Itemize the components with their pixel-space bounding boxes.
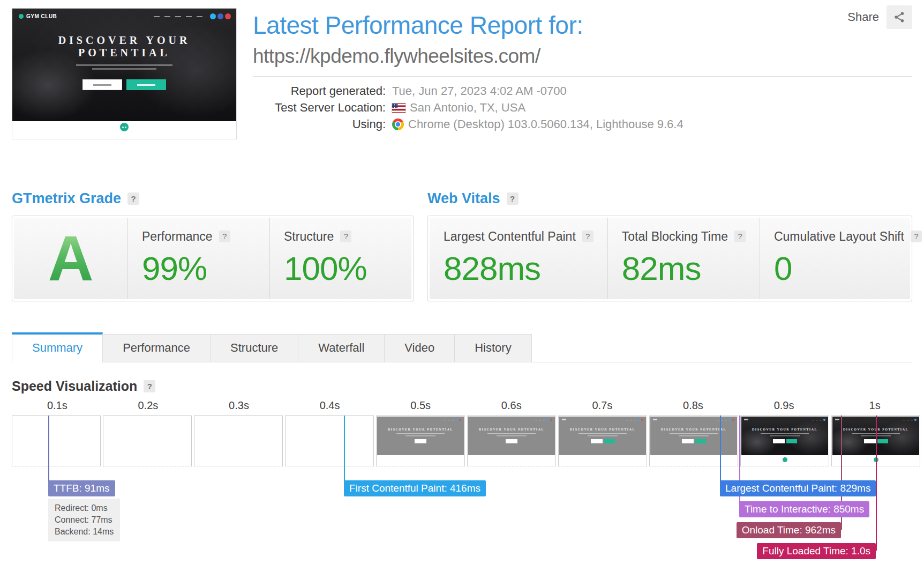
social-dot-icon <box>217 13 223 19</box>
site-hero-buttons <box>12 79 236 90</box>
share-icon <box>893 11 906 24</box>
tab-history[interactable]: History <box>455 334 531 362</box>
frame-empty <box>103 415 192 466</box>
tick-label: 0.2s <box>103 399 194 415</box>
web-vitals-heading: Web Vitals? <box>427 190 912 207</box>
share-label: Share <box>847 10 879 24</box>
site-badge-icon <box>120 123 129 131</box>
tbt-metric: Total Blocking Time? 82ms <box>607 218 760 299</box>
fully-loaded-time-label: Fully Loaded Time: 1.0s <box>757 543 876 559</box>
web-vitals-section: Web Vitals? Largest Contentful Paint? 82… <box>427 190 912 301</box>
frame-loading: DISCOVER YOUR POTENTIAL <box>558 415 647 466</box>
lcp-metric: Largest Contentful Paint? 828ms <box>430 218 607 299</box>
help-icon[interactable]: ? <box>734 231 746 242</box>
speed-visualization-heading: Speed Visualization? <box>12 378 912 394</box>
site-logo: GYM CLUB <box>19 13 57 19</box>
redirect-detail: Redirect: 0ms <box>55 502 114 514</box>
tick-label: 0.1s <box>12 399 103 415</box>
report-header-area: GYM CLUB DISCOVER YOUR POTENTIAL <box>12 0 912 139</box>
onload-time-label: Onload Time: 962ms <box>737 522 841 538</box>
fcp-marker-line <box>344 415 345 488</box>
site-badge-icon <box>783 457 787 462</box>
gtmetrix-report-page: GYM CLUB DISCOVER YOUR POTENTIAL <box>0 0 924 579</box>
gtmetrix-grade-heading: GTmetrix Grade? <box>12 190 414 207</box>
tick-label: 1s <box>829 399 920 415</box>
help-icon[interactable]: ? <box>507 192 519 205</box>
meta-key: Report generated: <box>253 84 392 98</box>
site-social-icons <box>210 13 231 19</box>
tick-label: 0.4s <box>284 399 375 415</box>
share-area: Share <box>847 5 912 29</box>
site-nav-placeholder <box>154 16 202 17</box>
help-icon[interactable]: ? <box>144 380 155 392</box>
report-tabs: Summary Performance Structure Waterfall … <box>12 332 912 362</box>
meta-key: Using: <box>253 117 392 131</box>
help-icon[interactable]: ? <box>127 192 139 205</box>
site-footer-strip <box>12 121 236 139</box>
help-icon[interactable]: ? <box>340 231 351 242</box>
site-headline: DISCOVER YOUR POTENTIAL <box>12 34 236 59</box>
frame-empty <box>12 415 101 466</box>
tab-waterfall[interactable]: Waterfall <box>298 334 385 362</box>
ttfb-label: TTFB: 91ms <box>48 480 115 496</box>
site-logo-name: GYM CLUB <box>26 13 57 19</box>
vitals-card: Largest Contentful Paint? 828ms Total Bl… <box>427 216 912 301</box>
grade-letter: A <box>48 227 93 290</box>
frame-empty <box>194 415 283 466</box>
help-icon[interactable]: ? <box>911 231 922 242</box>
speed-visualization-timeline: 0.1s 0.2s 0.3s 0.4s 0.5s 0.6s 0.7s 0.8s … <box>12 399 920 563</box>
grade-letter-cell: A <box>14 218 127 299</box>
cls-value: 0 <box>774 249 922 287</box>
help-icon[interactable]: ? <box>219 231 230 242</box>
backend-detail: Backend: 14ms <box>55 526 114 538</box>
largest-contentful-paint-label: Largest Contentful Paint: 829ms <box>720 480 876 496</box>
lcp-marker-line <box>720 415 721 488</box>
fully-loaded-marker-line <box>876 415 877 551</box>
timeline-ticks: 0.1s 0.2s 0.3s 0.4s 0.5s 0.6s 0.7s 0.8s … <box>12 399 920 415</box>
tab-structure[interactable]: Structure <box>211 334 298 362</box>
structure-metric: Structure? 100% <box>269 218 411 299</box>
structure-value: 100% <box>284 249 397 287</box>
tab-summary[interactable]: Summary <box>12 332 103 362</box>
first-contentful-paint-label: First Contentful Paint: 416ms <box>344 480 486 496</box>
meta-value: Chrome (Desktop) 103.0.5060.134, Lightho… <box>392 117 912 131</box>
performance-metric: Performance? 99% <box>127 218 269 299</box>
site-button-teal <box>126 79 166 90</box>
site-screenshot-thumbnail: GYM CLUB DISCOVER YOUR POTENTIAL <box>12 8 237 139</box>
timeline-frames: DISCOVER YOUR POTENTIAL DISCOVER YOUR PO… <box>12 415 920 466</box>
tick-label: 0.8s <box>648 399 739 415</box>
tick-label: 0.7s <box>557 399 648 415</box>
score-cards-row: GTmetrix Grade? A Performance? 99% Struc… <box>12 190 912 301</box>
frame-loaded: DISCOVER YOUR POTENTIAL <box>740 415 829 466</box>
ttfb-details-box: Redirect: 0ms Connect: 77ms Backend: 14m… <box>48 499 120 541</box>
tab-performance[interactable]: Performance <box>103 334 211 362</box>
share-button[interactable] <box>887 5 912 29</box>
frame-loading: DISCOVER YOUR POTENTIAL <box>467 415 556 466</box>
site-button-light <box>82 79 122 90</box>
ttfb-marker-line <box>48 415 49 488</box>
site-subtext-placeholder <box>12 64 236 70</box>
lcp-value: 828ms <box>444 249 594 287</box>
time-to-interactive-label: Time to Interactive: 850ms <box>739 501 869 517</box>
tick-label: 0.5s <box>375 399 466 415</box>
site-hero-preview: GYM CLUB DISCOVER YOUR POTENTIAL <box>12 9 236 121</box>
cls-metric: Cumulative Layout Shift? 0 <box>760 218 924 299</box>
site-logo-icon <box>19 14 24 19</box>
us-flag-icon <box>392 103 405 113</box>
meta-key: Test Server Location: <box>253 101 392 115</box>
report-title-block: Latest Performance Report for: https://k… <box>253 8 912 131</box>
meta-value: San Antonio, TX, USA <box>392 101 912 115</box>
tab-video[interactable]: Video <box>385 334 455 362</box>
tick-label: 0.9s <box>739 399 830 415</box>
chrome-icon <box>392 118 404 130</box>
gtmetrix-grade-section: GTmetrix Grade? A Performance? 99% Struc… <box>12 190 414 301</box>
page-title: Latest Performance Report for: <box>253 11 912 40</box>
connect-detail: Connect: 77ms <box>55 514 114 526</box>
tbt-value: 82ms <box>622 249 746 287</box>
performance-value: 99% <box>142 249 256 287</box>
header-divider <box>253 76 912 77</box>
report-meta: Report generated: Tue, Jun 27, 2023 4:02… <box>253 84 912 131</box>
help-icon[interactable]: ? <box>582 231 594 242</box>
meta-value: Tue, Jun 27, 2023 4:02 AM -0700 <box>392 84 912 98</box>
frame-loading: DISCOVER YOUR POTENTIAL <box>649 415 738 466</box>
